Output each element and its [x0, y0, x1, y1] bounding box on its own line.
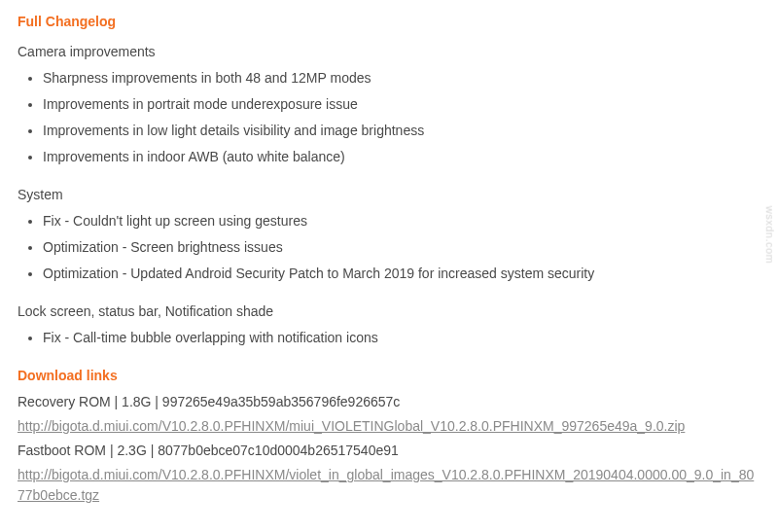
- section-system-list: Fix - Couldn't light up screen using ges…: [18, 211, 760, 284]
- list-item: Fix - Call-time bubble overlapping with …: [43, 328, 760, 348]
- list-item: Improvements in portrait mode underexpos…: [43, 94, 760, 115]
- section-lockscreen-heading: Lock screen, status bar, Notification sh…: [18, 301, 760, 322]
- section-camera-heading: Camera improvements: [18, 42, 760, 62]
- section-camera-list: Sharpness improvements in both 48 and 12…: [18, 68, 760, 167]
- download-links-title: Download links: [18, 366, 760, 386]
- recovery-rom-link[interactable]: http://bigota.d.miui.com/V10.2.8.0.PFHIN…: [18, 418, 685, 434]
- recovery-rom-line: Recovery ROM | 1.8G | 997265e49a35b59ab3…: [18, 392, 760, 412]
- list-item: Optimization - Screen brightness issues: [43, 237, 760, 258]
- fastboot-rom-line: Fastboot ROM | 2.3G | 8077b0ebce07c10d00…: [18, 441, 760, 461]
- section-lockscreen-list: Fix - Call-time bubble overlapping with …: [18, 328, 760, 348]
- section-system-heading: System: [18, 185, 760, 205]
- fastboot-rom-link[interactable]: http://bigota.d.miui.com/V10.2.8.0.PFHIN…: [18, 467, 754, 503]
- list-item: Improvements in low light details visibi…: [43, 121, 760, 141]
- list-item: Sharpness improvements in both 48 and 12…: [43, 68, 760, 89]
- list-item: Improvements in indoor AWB (auto white b…: [43, 147, 760, 167]
- full-changelog-title: Full Changelog: [18, 12, 760, 32]
- watermark-text: wsxdn.com: [762, 205, 778, 264]
- list-item: Optimization - Updated Android Security …: [43, 264, 760, 284]
- list-item: Fix - Couldn't light up screen using ges…: [43, 211, 760, 231]
